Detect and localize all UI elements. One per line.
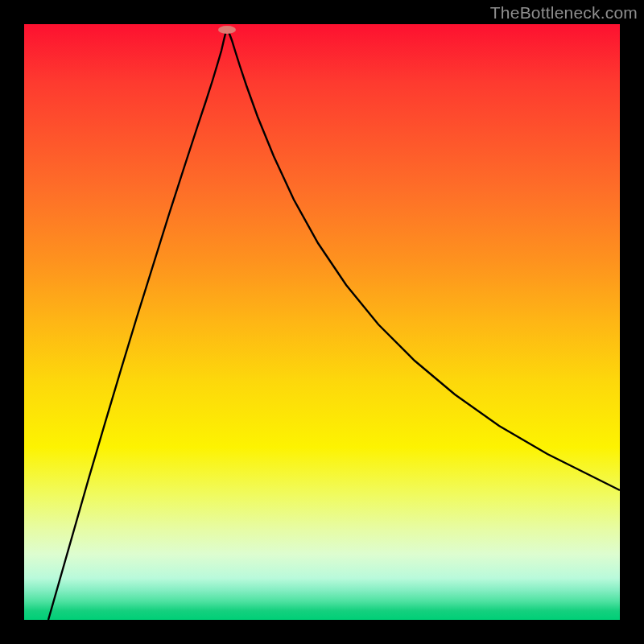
curve-layer (24, 24, 620, 620)
plot-area (24, 24, 620, 620)
chart-frame: TheBottleneck.com (0, 0, 644, 644)
bottleneck-curve (48, 31, 620, 620)
watermark-text: TheBottleneck.com (490, 3, 638, 23)
min-marker (218, 26, 236, 34)
